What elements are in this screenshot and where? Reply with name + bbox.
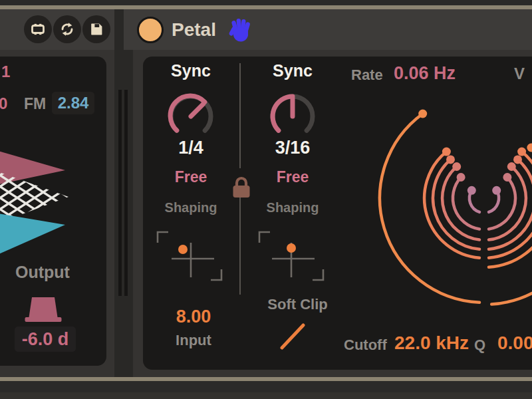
link-lock-icon[interactable] bbox=[231, 175, 252, 199]
input-value[interactable]: 8.00 bbox=[170, 307, 217, 327]
osc-divider-bottom bbox=[239, 198, 241, 295]
osc2-shaping-label: Shaping bbox=[259, 200, 326, 215]
osc2-rate-knob[interactable] bbox=[266, 90, 319, 143]
osc-divider-top bbox=[239, 63, 241, 168]
osc2-rate-value[interactable]: 3/16 bbox=[259, 138, 326, 158]
osc1-shaping-pad[interactable] bbox=[153, 225, 229, 289]
resize-handle-left[interactable] bbox=[118, 90, 122, 296]
param-fragment-top[interactable]: 1 bbox=[1, 63, 10, 81]
fm-value-field[interactable]: 2.84 bbox=[52, 92, 94, 114]
petal-panel: Sync 1/4 Free Shaping Sync bbox=[143, 57, 532, 370]
petal-visualization bbox=[362, 86, 532, 316]
save-icon bbox=[88, 21, 104, 37]
q-value[interactable]: 0.00 bbox=[497, 332, 532, 354]
device-title: Petal bbox=[172, 9, 216, 50]
osc1-rate-knob[interactable] bbox=[164, 90, 217, 143]
osc1-sync-toggle[interactable]: Sync bbox=[158, 61, 224, 80]
output-fader-icon[interactable] bbox=[24, 295, 63, 324]
device-gap bbox=[114, 9, 133, 377]
cutoff-label: Cutoff bbox=[344, 336, 387, 354]
input-label: Input bbox=[170, 332, 217, 349]
osc1-shaping-label: Shaping bbox=[158, 200, 224, 215]
window-icon bbox=[30, 21, 46, 37]
param-fragment-mid[interactable]: 0 bbox=[0, 94, 7, 113]
resize-handle-right[interactable] bbox=[124, 90, 128, 296]
left-device-titlebar[interactable] bbox=[0, 9, 114, 50]
osc1-rate-value[interactable]: 1/4 bbox=[158, 138, 224, 158]
window-button[interactable] bbox=[24, 15, 52, 43]
soft-clip-curve[interactable] bbox=[278, 321, 307, 352]
rate-value[interactable]: 0.06 Hz bbox=[394, 63, 456, 84]
hot-swap-button[interactable] bbox=[53, 15, 81, 43]
max-for-live-hand-icon bbox=[229, 17, 251, 42]
oscillator-visualization bbox=[0, 133, 106, 266]
osc2-pad-handle[interactable] bbox=[287, 243, 296, 253]
osc2-shaping-pad[interactable] bbox=[255, 225, 331, 289]
ableton-device-view: 1 0 FM 2.84 Output bbox=[0, 0, 532, 399]
device-activator-toggle[interactable] bbox=[137, 17, 164, 43]
osc1-pad-handle[interactable] bbox=[178, 245, 188, 254]
osc2-sync-toggle[interactable]: Sync bbox=[259, 61, 326, 80]
osc1-mode-selector[interactable]: Free bbox=[158, 168, 224, 186]
rate-label: Rate bbox=[351, 66, 383, 84]
left-device: 1 0 FM 2.84 Output bbox=[0, 9, 114, 377]
cutoff-value[interactable]: 22.0 kHz bbox=[394, 332, 469, 354]
fm-label: FM bbox=[24, 95, 46, 113]
output-value-field[interactable]: -6.0 d bbox=[15, 327, 76, 352]
output-value: -6.0 d bbox=[22, 329, 69, 350]
soft-clip-label: Soft Clip bbox=[263, 296, 332, 313]
save-button[interactable] bbox=[82, 15, 110, 43]
teal-triangle bbox=[0, 211, 65, 259]
petal-titlebar[interactable]: Petal bbox=[124, 9, 532, 50]
hot-swap-icon bbox=[59, 21, 75, 37]
osc2-mode-selector[interactable]: Free bbox=[259, 168, 326, 186]
output-label: Output bbox=[3, 263, 82, 282]
left-device-panel: 1 0 FM 2.84 Output bbox=[0, 57, 106, 366]
petal-device: Petal Sync bbox=[133, 9, 532, 377]
q-label: Q bbox=[474, 336, 485, 354]
fm-value: 2.84 bbox=[58, 94, 89, 112]
clipped-right-label: V bbox=[514, 65, 525, 83]
bottom-chrome-lower bbox=[0, 392, 532, 399]
